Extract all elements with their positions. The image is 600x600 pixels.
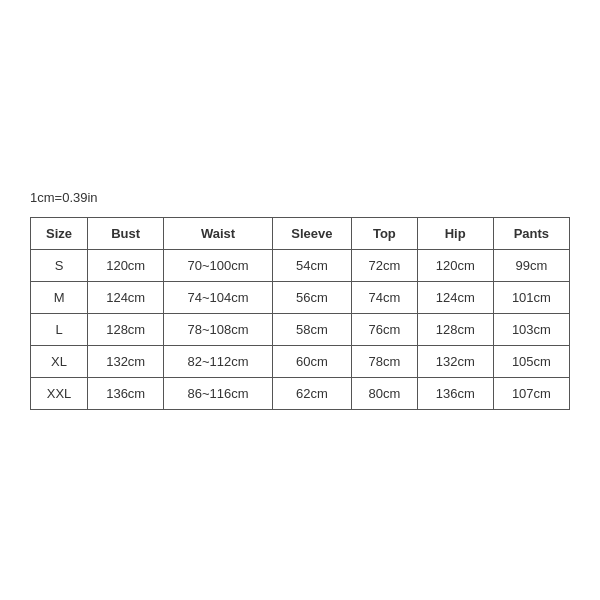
table-row: XL132cm82~112cm60cm78cm132cm105cm [31,346,570,378]
column-header-hip: Hip [417,218,493,250]
measurement-cell: 128cm [417,314,493,346]
measurement-cell: 124cm [417,282,493,314]
measurement-cell: 78cm [352,346,418,378]
measurement-cell: 82~112cm [164,346,272,378]
measurement-cell: 124cm [88,282,164,314]
measurement-cell: 80cm [352,378,418,410]
measurement-cell: 99cm [493,250,569,282]
size-cell: XXL [31,378,88,410]
column-header-waist: Waist [164,218,272,250]
column-header-sleeve: Sleeve [272,218,351,250]
table-row: S120cm70~100cm54cm72cm120cm99cm [31,250,570,282]
measurement-cell: 105cm [493,346,569,378]
measurement-cell: 86~116cm [164,378,272,410]
column-header-pants: Pants [493,218,569,250]
measurement-cell: 101cm [493,282,569,314]
measurement-cell: 120cm [417,250,493,282]
measurement-cell: 74~104cm [164,282,272,314]
measurement-cell: 62cm [272,378,351,410]
column-header-bust: Bust [88,218,164,250]
measurement-cell: 74cm [352,282,418,314]
measurement-cell: 70~100cm [164,250,272,282]
column-header-size: Size [31,218,88,250]
measurement-cell: 132cm [417,346,493,378]
measurement-cell: 54cm [272,250,351,282]
measurement-cell: 76cm [352,314,418,346]
measurement-cell: 78~108cm [164,314,272,346]
measurement-cell: 103cm [493,314,569,346]
measurement-cell: 132cm [88,346,164,378]
measurement-cell: 72cm [352,250,418,282]
measurement-cell: 136cm [88,378,164,410]
column-header-top: Top [352,218,418,250]
main-container: 1cm=0.39in SizeBustWaistSleeveTopHipPant… [30,190,570,410]
table-header-row: SizeBustWaistSleeveTopHipPants [31,218,570,250]
measurement-cell: 107cm [493,378,569,410]
measurement-cell: 120cm [88,250,164,282]
size-table: SizeBustWaistSleeveTopHipPants S120cm70~… [30,217,570,410]
measurement-cell: 60cm [272,346,351,378]
table-row: XXL136cm86~116cm62cm80cm136cm107cm [31,378,570,410]
table-row: M124cm74~104cm56cm74cm124cm101cm [31,282,570,314]
measurement-cell: 58cm [272,314,351,346]
measurement-cell: 56cm [272,282,351,314]
measurement-cell: 128cm [88,314,164,346]
size-cell: S [31,250,88,282]
size-cell: XL [31,346,88,378]
size-cell: L [31,314,88,346]
table-row: L128cm78~108cm58cm76cm128cm103cm [31,314,570,346]
size-cell: M [31,282,88,314]
measurement-cell: 136cm [417,378,493,410]
unit-note: 1cm=0.39in [30,190,570,205]
